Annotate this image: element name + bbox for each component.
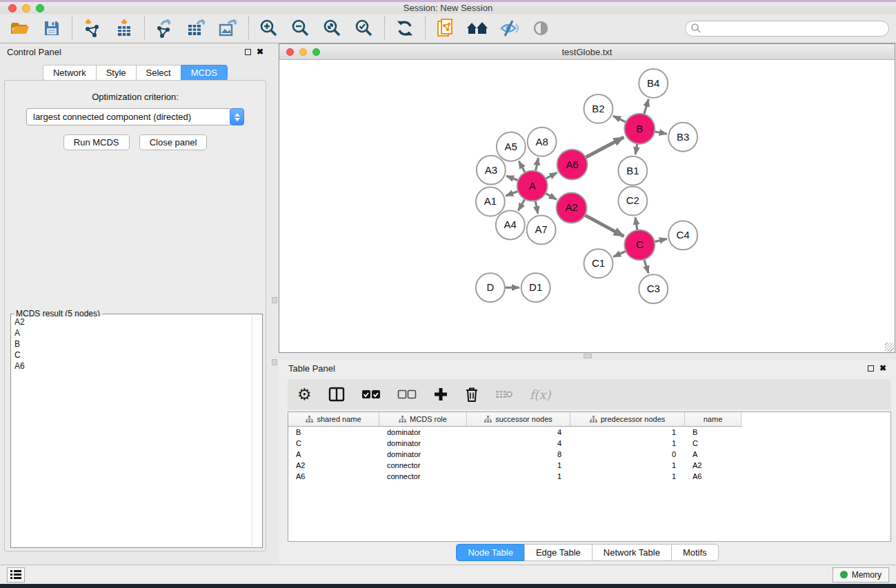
column-header-successor-nodes[interactable]: successor nodes (467, 412, 570, 427)
edge-C-C2[interactable] (635, 217, 637, 231)
trash-icon[interactable] (465, 384, 479, 405)
gear-icon[interactable]: ⚙ (297, 384, 312, 405)
open-session-icon[interactable] (8, 17, 32, 40)
export-table-icon[interactable] (185, 17, 208, 40)
tab-mcds[interactable]: MCDS (181, 65, 228, 81)
result-scrollbar[interactable] (252, 316, 261, 547)
edge-A-A4[interactable] (518, 198, 525, 211)
edge-B-B4[interactable] (644, 99, 648, 116)
deselect-all-checkboxes-icon[interactable] (397, 384, 417, 405)
add-column-icon[interactable] (433, 384, 448, 405)
cell-MCDS-role[interactable]: dominator (379, 438, 467, 449)
cell-MCDS-role[interactable]: connector (379, 460, 467, 471)
refresh-icon[interactable] (393, 17, 417, 40)
cell-predecessor-nodes[interactable]: 1 (570, 427, 685, 438)
close-panel-button[interactable]: Close panel (139, 134, 208, 150)
cell-predecessor-nodes[interactable]: 0 (570, 449, 685, 460)
select-all-checkboxes-icon[interactable] (361, 384, 381, 405)
cell-name[interactable]: B (685, 427, 741, 438)
edge-C-C1[interactable] (613, 251, 627, 257)
cell-successor-nodes[interactable]: 1 (467, 460, 570, 471)
table-row[interactable]: Cdominator41C (288, 438, 890, 449)
home-icon[interactable] (466, 17, 489, 40)
cell-shared-name[interactable]: A (288, 449, 379, 460)
tab-network-table[interactable]: Network Table (592, 544, 671, 561)
cell-predecessor-nodes[interactable]: 1 (570, 438, 685, 449)
hide-graphics-details-icon[interactable] (497, 17, 521, 40)
cell-successor-nodes[interactable]: 1 (467, 471, 570, 482)
splitter-grip[interactable] (272, 359, 277, 365)
cell-shared-name[interactable]: A6 (288, 471, 379, 482)
edge-A2-C[interactable] (584, 214, 624, 236)
cell-predecessor-nodes[interactable]: 1 (570, 471, 685, 482)
edge-C-C3[interactable] (644, 258, 648, 273)
criterion-dropdown[interactable]: largest connected component (directed) (26, 108, 230, 125)
cell-name[interactable]: C (685, 438, 741, 449)
export-image-icon[interactable] (217, 17, 240, 40)
result-item[interactable]: A6 (12, 361, 252, 372)
table-row[interactable]: A2connector11A2 (288, 460, 890, 471)
run-mcds-button[interactable]: Run MCDS (63, 134, 130, 150)
column-header-shared-name[interactable]: shared name (288, 412, 379, 427)
cell-predecessor-nodes[interactable]: 1 (570, 460, 685, 471)
tab-network[interactable]: Network (43, 65, 96, 81)
zoom-selected-icon[interactable] (352, 17, 376, 40)
import-table-icon[interactable] (112, 17, 136, 40)
table-row[interactable]: A6connector11A6 (288, 471, 890, 482)
tab-style[interactable]: Style (96, 65, 136, 81)
edge-A-A5[interactable] (519, 161, 526, 174)
column-header-name[interactable]: name (685, 412, 741, 427)
search-input[interactable] (701, 21, 888, 36)
search-box[interactable] (685, 21, 889, 37)
edge-A-A2[interactable] (544, 192, 557, 199)
edge-A-A6[interactable] (544, 172, 557, 179)
export-network-icon[interactable] (153, 17, 177, 40)
cell-MCDS-role[interactable]: dominator (379, 427, 467, 438)
splitter-grip[interactable] (584, 354, 592, 358)
cell-shared-name[interactable]: C (288, 438, 379, 449)
vertical-splitter[interactable] (270, 43, 279, 565)
edge-A-A3[interactable] (506, 176, 519, 181)
show-columns-icon[interactable] (328, 384, 345, 405)
cell-MCDS-role[interactable]: dominator (379, 449, 467, 460)
edge-A-A8[interactable] (535, 158, 539, 172)
tab-edge-table[interactable]: Edge Table (524, 544, 592, 561)
show-graphics-details-icon[interactable] (529, 17, 552, 40)
close-panel-icon[interactable]: ✖ (257, 48, 263, 56)
cell-name[interactable]: A (685, 449, 741, 460)
close-panel-icon[interactable]: ✖ (879, 364, 886, 372)
float-panel-icon[interactable] (868, 365, 874, 372)
result-item[interactable]: A (12, 327, 252, 338)
result-item[interactable]: C (12, 349, 252, 361)
edge-A-A7[interactable] (535, 199, 538, 214)
tab-node-table[interactable]: Node Table (456, 544, 524, 561)
edge-C-C4[interactable] (653, 239, 667, 242)
task-history-button[interactable] (7, 567, 25, 582)
zoom-fit-icon[interactable] (321, 17, 344, 40)
result-item[interactable]: B (12, 338, 252, 349)
edge-A6-B[interactable] (584, 137, 624, 158)
window-resize-grip[interactable] (885, 343, 894, 352)
zoom-out-icon[interactable] (289, 17, 312, 40)
cell-successor-nodes[interactable]: 4 (467, 427, 570, 438)
save-session-icon[interactable] (40, 17, 63, 40)
cell-shared-name[interactable]: A2 (288, 460, 379, 471)
column-header-MCDS-role[interactable]: MCDS role (379, 412, 467, 427)
cell-name[interactable]: A6 (685, 471, 741, 482)
import-network-icon[interactable] (81, 17, 104, 40)
dropdown-stepper-icon[interactable] (230, 108, 244, 125)
cell-shared-name[interactable]: B (288, 427, 379, 438)
cell-successor-nodes[interactable]: 4 (467, 438, 570, 449)
column-header-predecessor-nodes[interactable]: predecessor nodes (570, 412, 685, 427)
table-row[interactable]: Adominator80A (288, 449, 890, 460)
cell-name[interactable]: A2 (685, 460, 741, 471)
memory-button[interactable]: Memory (833, 567, 889, 582)
edge-A-A1[interactable] (506, 191, 519, 196)
tab-select[interactable]: Select (136, 65, 181, 81)
new-network-from-file-icon[interactable] (434, 17, 457, 40)
zoom-in-icon[interactable] (257, 17, 281, 40)
cell-successor-nodes[interactable]: 8 (467, 449, 570, 460)
tab-motifs[interactable]: Motifs (671, 544, 719, 561)
network-canvas[interactable]: B4B2BB3A8A5A6A3B1AA1C2A2A4A7C4CC1DD1C3 (279, 61, 895, 352)
edge-B-B2[interactable] (613, 116, 627, 123)
